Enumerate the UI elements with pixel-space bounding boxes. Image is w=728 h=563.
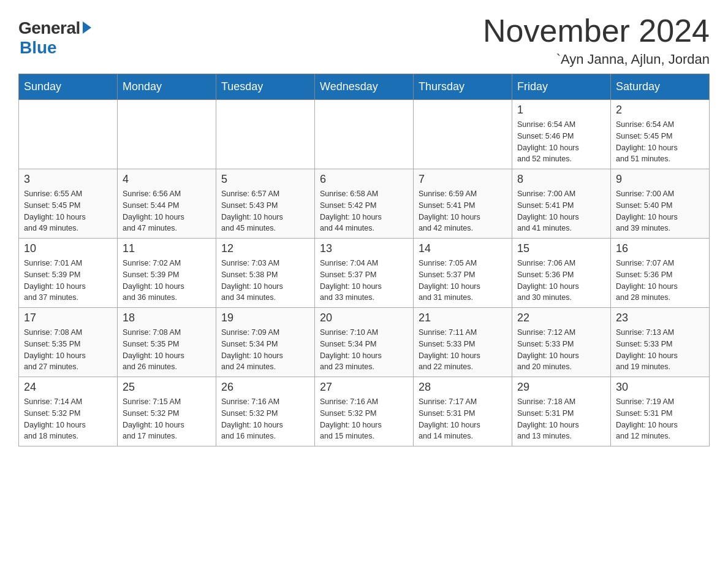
day-info: Sunrise: 7:00 AMSunset: 5:41 PMDaylight:… bbox=[517, 188, 605, 234]
day-info: Sunrise: 6:54 AMSunset: 5:46 PMDaylight:… bbox=[517, 119, 605, 165]
calendar-cell bbox=[19, 100, 118, 169]
calendar-cell: 15Sunrise: 7:06 AMSunset: 5:36 PMDayligh… bbox=[512, 239, 611, 308]
day-number: 17 bbox=[24, 312, 112, 324]
calendar-cell: 26Sunrise: 7:16 AMSunset: 5:32 PMDayligh… bbox=[216, 377, 315, 446]
day-number: 27 bbox=[320, 381, 408, 394]
calendar-cell: 7Sunrise: 6:59 AMSunset: 5:41 PMDaylight… bbox=[414, 169, 512, 239]
day-number: 6 bbox=[320, 173, 408, 186]
logo-general-text: General bbox=[18, 18, 80, 38]
day-number: 30 bbox=[616, 381, 704, 394]
calendar-cell bbox=[315, 100, 414, 169]
calendar-cell: 8Sunrise: 7:00 AMSunset: 5:41 PMDaylight… bbox=[512, 169, 611, 239]
day-number: 26 bbox=[221, 381, 309, 394]
day-number: 2 bbox=[616, 104, 704, 117]
day-number: 25 bbox=[123, 381, 211, 394]
day-info: Sunrise: 7:15 AMSunset: 5:32 PMDaylight:… bbox=[123, 396, 211, 442]
day-number: 15 bbox=[517, 242, 605, 255]
weekday-header-wednesday: Wednesday bbox=[315, 74, 414, 100]
day-number: 21 bbox=[419, 312, 507, 324]
day-info: Sunrise: 7:05 AMSunset: 5:37 PMDaylight:… bbox=[419, 258, 507, 304]
day-info: Sunrise: 6:57 AMSunset: 5:43 PMDaylight:… bbox=[221, 188, 309, 234]
calendar-cell: 21Sunrise: 7:11 AMSunset: 5:33 PMDayligh… bbox=[414, 308, 512, 377]
day-info: Sunrise: 7:13 AMSunset: 5:33 PMDaylight:… bbox=[616, 327, 704, 373]
logo-arrow-icon bbox=[83, 21, 91, 34]
logo-blue-text: Blue bbox=[20, 38, 57, 58]
day-number: 10 bbox=[24, 242, 112, 255]
day-info: Sunrise: 7:12 AMSunset: 5:33 PMDaylight:… bbox=[517, 327, 605, 373]
calendar-cell: 3Sunrise: 6:55 AMSunset: 5:45 PMDaylight… bbox=[19, 169, 118, 239]
calendar-week-3: 10Sunrise: 7:01 AMSunset: 5:39 PMDayligh… bbox=[19, 239, 710, 308]
day-number: 29 bbox=[517, 381, 605, 394]
day-info: Sunrise: 7:03 AMSunset: 5:38 PMDaylight:… bbox=[221, 258, 309, 304]
calendar-week-2: 3Sunrise: 6:55 AMSunset: 5:45 PMDaylight… bbox=[19, 169, 710, 239]
calendar-cell bbox=[414, 100, 512, 169]
calendar-title: November 2024 bbox=[483, 12, 710, 49]
day-number: 19 bbox=[221, 312, 309, 324]
day-number: 20 bbox=[320, 312, 408, 324]
day-number: 1 bbox=[517, 104, 605, 117]
day-info: Sunrise: 7:16 AMSunset: 5:32 PMDaylight:… bbox=[320, 396, 408, 442]
day-info: Sunrise: 7:19 AMSunset: 5:31 PMDaylight:… bbox=[616, 396, 704, 442]
day-info: Sunrise: 7:06 AMSunset: 5:36 PMDaylight:… bbox=[517, 258, 605, 304]
calendar-cell: 24Sunrise: 7:14 AMSunset: 5:32 PMDayligh… bbox=[19, 377, 118, 446]
day-number: 3 bbox=[24, 173, 112, 186]
calendar-cell: 10Sunrise: 7:01 AMSunset: 5:39 PMDayligh… bbox=[19, 239, 118, 308]
day-info: Sunrise: 6:55 AMSunset: 5:45 PMDaylight:… bbox=[24, 188, 112, 234]
day-info: Sunrise: 7:18 AMSunset: 5:31 PMDaylight:… bbox=[517, 396, 605, 442]
calendar-cell: 30Sunrise: 7:19 AMSunset: 5:31 PMDayligh… bbox=[611, 377, 710, 446]
weekday-header-tuesday: Tuesday bbox=[216, 74, 315, 100]
day-number: 24 bbox=[24, 381, 112, 394]
day-info: Sunrise: 7:08 AMSunset: 5:35 PMDaylight:… bbox=[123, 327, 211, 373]
day-number: 13 bbox=[320, 242, 408, 255]
calendar-cell: 1Sunrise: 6:54 AMSunset: 5:46 PMDaylight… bbox=[512, 100, 611, 169]
calendar-week-4: 17Sunrise: 7:08 AMSunset: 5:35 PMDayligh… bbox=[19, 308, 710, 377]
calendar-cell: 17Sunrise: 7:08 AMSunset: 5:35 PMDayligh… bbox=[19, 308, 118, 377]
calendar-cell: 14Sunrise: 7:05 AMSunset: 5:37 PMDayligh… bbox=[414, 239, 512, 308]
day-info: Sunrise: 7:14 AMSunset: 5:32 PMDaylight:… bbox=[24, 396, 112, 442]
day-info: Sunrise: 7:02 AMSunset: 5:39 PMDaylight:… bbox=[123, 258, 211, 304]
day-info: Sunrise: 7:08 AMSunset: 5:35 PMDaylight:… bbox=[24, 327, 112, 373]
day-number: 4 bbox=[123, 173, 211, 186]
calendar-cell: 19Sunrise: 7:09 AMSunset: 5:34 PMDayligh… bbox=[216, 308, 315, 377]
day-number: 11 bbox=[123, 242, 211, 255]
calendar-table: SundayMondayTuesdayWednesdayThursdayFrid… bbox=[18, 74, 710, 446]
title-block: November 2024 `Ayn Janna, Ajlun, Jordan bbox=[483, 12, 710, 67]
day-info: Sunrise: 7:00 AMSunset: 5:40 PMDaylight:… bbox=[616, 188, 704, 234]
calendar-cell: 29Sunrise: 7:18 AMSunset: 5:31 PMDayligh… bbox=[512, 377, 611, 446]
day-number: 23 bbox=[616, 312, 704, 324]
calendar-cell: 16Sunrise: 7:07 AMSunset: 5:36 PMDayligh… bbox=[611, 239, 710, 308]
day-info: Sunrise: 6:59 AMSunset: 5:41 PMDaylight:… bbox=[419, 188, 507, 234]
calendar-cell bbox=[118, 100, 216, 169]
day-number: 7 bbox=[419, 173, 507, 186]
calendar-cell: 13Sunrise: 7:04 AMSunset: 5:37 PMDayligh… bbox=[315, 239, 414, 308]
day-info: Sunrise: 7:01 AMSunset: 5:39 PMDaylight:… bbox=[24, 258, 112, 304]
day-info: Sunrise: 6:56 AMSunset: 5:44 PMDaylight:… bbox=[123, 188, 211, 234]
calendar-cell: 23Sunrise: 7:13 AMSunset: 5:33 PMDayligh… bbox=[611, 308, 710, 377]
calendar-week-5: 24Sunrise: 7:14 AMSunset: 5:32 PMDayligh… bbox=[19, 377, 710, 446]
day-number: 12 bbox=[221, 242, 309, 255]
day-number: 22 bbox=[517, 312, 605, 324]
calendar-cell: 4Sunrise: 6:56 AMSunset: 5:44 PMDaylight… bbox=[118, 169, 216, 239]
calendar-cell: 11Sunrise: 7:02 AMSunset: 5:39 PMDayligh… bbox=[118, 239, 216, 308]
day-number: 16 bbox=[616, 242, 704, 255]
logo: General Blue bbox=[18, 18, 91, 58]
calendar-cell bbox=[216, 100, 315, 169]
page-header: General Blue November 2024 `Ayn Janna, A… bbox=[18, 12, 710, 67]
weekday-header-sunday: Sunday bbox=[19, 74, 118, 100]
calendar-cell: 27Sunrise: 7:16 AMSunset: 5:32 PMDayligh… bbox=[315, 377, 414, 446]
day-info: Sunrise: 7:09 AMSunset: 5:34 PMDaylight:… bbox=[221, 327, 309, 373]
calendar-cell: 28Sunrise: 7:17 AMSunset: 5:31 PMDayligh… bbox=[414, 377, 512, 446]
weekday-header-thursday: Thursday bbox=[414, 74, 512, 100]
day-number: 9 bbox=[616, 173, 704, 186]
calendar-subtitle: `Ayn Janna, Ajlun, Jordan bbox=[483, 52, 710, 67]
day-info: Sunrise: 7:10 AMSunset: 5:34 PMDaylight:… bbox=[320, 327, 408, 373]
day-info: Sunrise: 6:54 AMSunset: 5:45 PMDaylight:… bbox=[616, 119, 704, 165]
day-info: Sunrise: 7:04 AMSunset: 5:37 PMDaylight:… bbox=[320, 258, 408, 304]
weekday-header-monday: Monday bbox=[118, 74, 216, 100]
day-info: Sunrise: 7:16 AMSunset: 5:32 PMDaylight:… bbox=[221, 396, 309, 442]
calendar-cell: 25Sunrise: 7:15 AMSunset: 5:32 PMDayligh… bbox=[118, 377, 216, 446]
day-number: 18 bbox=[123, 312, 211, 324]
weekday-header-saturday: Saturday bbox=[611, 74, 710, 100]
day-number: 8 bbox=[517, 173, 605, 186]
calendar-cell: 20Sunrise: 7:10 AMSunset: 5:34 PMDayligh… bbox=[315, 308, 414, 377]
